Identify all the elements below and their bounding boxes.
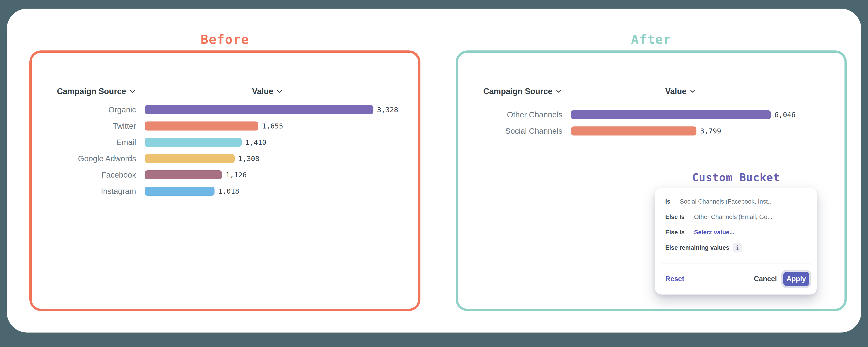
table-row: Facebook1,126 [34, 167, 416, 183]
value-bar[interactable] [145, 154, 235, 163]
before-title: Before [29, 33, 421, 46]
value-bar[interactable] [145, 170, 222, 179]
before-panel: Campaign Source Value Organic3,328Twitte… [29, 51, 421, 311]
rule-operator-label: Else Is [665, 213, 685, 221]
row-label: Facebook [34, 170, 136, 179]
bar-value-label: 1,126 [225, 171, 247, 179]
before-table-body: Organic3,328Twitter1,655Email1,410Google… [34, 102, 416, 199]
content-card: Before After Campaign Source Value Organ… [7, 8, 861, 332]
table-row: Organic3,328 [34, 102, 416, 118]
value-bar[interactable] [145, 105, 373, 114]
table-row: Social Channels3,799 [460, 123, 842, 139]
bar-value-label: 1,308 [238, 154, 259, 163]
cancel-button[interactable]: Cancel [754, 275, 777, 283]
bucket-rule-row: Else remaining valuesi [665, 240, 810, 255]
custom-bucket-title: Custom Bucket [692, 171, 780, 184]
bucket-rule-row: Else IsSelect value... [665, 225, 810, 240]
select-value-link[interactable]: Select value... [694, 229, 735, 236]
row-label: Organic [34, 105, 136, 114]
table-row: Twitter1,655 [34, 118, 416, 134]
column-header-value[interactable]: Value [252, 87, 282, 96]
info-icon[interactable]: i [733, 243, 742, 253]
bucket-rule-list: IsSocial Channels (Facebook, Inst...Else… [665, 194, 810, 255]
chevron-down-icon [277, 90, 282, 93]
value-bar[interactable] [145, 121, 258, 131]
bucket-rule-row: Else IsOther Channels (Email, Go... [665, 209, 810, 225]
screenshot-canvas: Before After Campaign Source Value Organ… [0, 0, 868, 347]
bar-value-label: 1,410 [245, 138, 266, 146]
column-header-label: Campaign Source [483, 87, 553, 96]
bar-value-label: 3,799 [700, 127, 721, 135]
column-header-label: Value [252, 87, 273, 96]
table-row: Email1,410 [34, 134, 416, 150]
column-header-label: Value [665, 87, 686, 96]
chevron-down-icon [556, 90, 561, 93]
row-label: Email [34, 138, 136, 147]
value-bar[interactable] [571, 126, 696, 136]
apply-button[interactable]: Apply [783, 272, 809, 286]
row-label: Instagram [34, 186, 136, 196]
column-header-label: Campaign Source [57, 87, 126, 96]
bar-value-label: 3,328 [377, 106, 398, 114]
value-bar[interactable] [571, 110, 771, 119]
after-title: After [456, 33, 847, 46]
popup-divider [661, 263, 811, 264]
custom-bucket-popup: IsSocial Channels (Facebook, Inst...Else… [655, 187, 817, 294]
rule-operator-label: Is [665, 198, 671, 205]
column-header-campaign-source[interactable]: Campaign Source [57, 87, 135, 96]
chevron-down-icon [130, 90, 135, 93]
row-label: Google Adwords [34, 154, 136, 163]
column-header-value[interactable]: Value [665, 87, 695, 96]
bucket-rule-row: IsSocial Channels (Facebook, Inst... [665, 194, 810, 209]
bar-value-label: 1,018 [218, 187, 239, 195]
rule-value[interactable]: Other Channels (Email, Go... [694, 213, 773, 221]
table-row: Other Channels6,046 [460, 107, 842, 123]
value-bar[interactable] [145, 138, 242, 147]
row-label: Other Channels [460, 110, 562, 119]
row-label: Twitter [34, 121, 136, 131]
bar-value-label: 1,655 [262, 122, 283, 130]
popup-footer: Reset Cancel Apply [665, 272, 809, 286]
reset-button[interactable]: Reset [665, 275, 684, 283]
table-row: Google Adwords1,308 [34, 150, 416, 167]
row-label: Social Channels [460, 126, 562, 136]
column-header-campaign-source[interactable]: Campaign Source [483, 87, 561, 96]
rule-value[interactable]: Social Channels (Facebook, Inst... [680, 198, 773, 205]
value-bar[interactable] [145, 186, 215, 196]
rule-operator-label: Else remaining values [665, 244, 730, 251]
after-table-body: Other Channels6,046Social Channels3,799 [460, 107, 842, 139]
bar-value-label: 6,046 [774, 111, 796, 119]
table-row: Instagram1,018 [34, 183, 416, 199]
rule-operator-label: Else Is [665, 229, 685, 236]
chevron-down-icon [690, 90, 695, 93]
